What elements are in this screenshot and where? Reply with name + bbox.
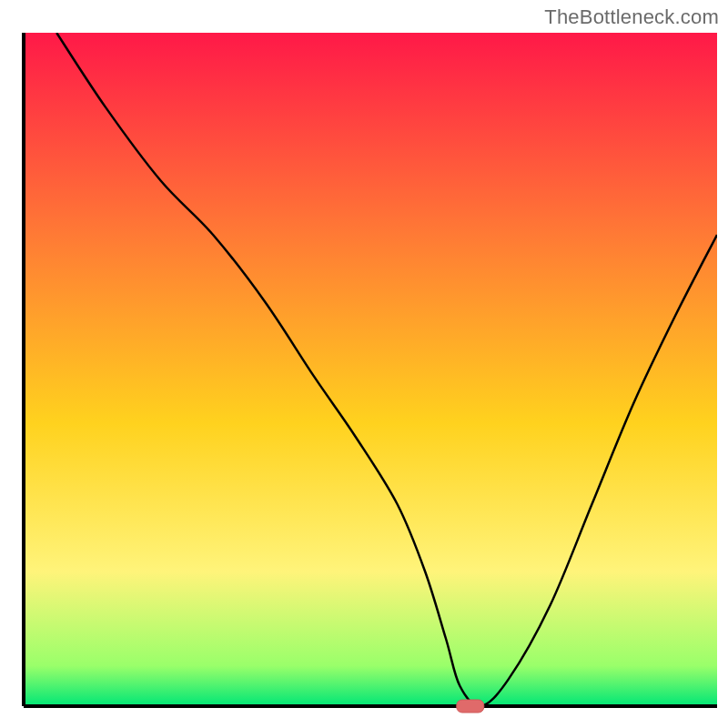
optimum-marker [457,700,484,713]
chart-container: TheBottleneck.com [0,0,728,728]
gradient-background [24,33,717,706]
bottleneck-plot [0,0,728,728]
